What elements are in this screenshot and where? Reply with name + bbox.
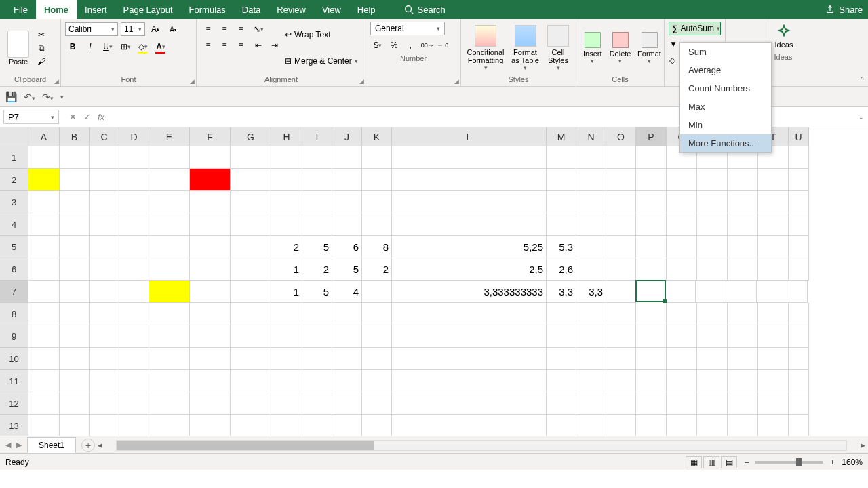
hscroll-left-icon[interactable]: ◀ xyxy=(98,442,102,449)
cell-P7[interactable] xyxy=(635,280,666,302)
col-header-J[interactable]: J xyxy=(332,127,362,146)
accounting-format-icon[interactable]: $▾ xyxy=(370,38,385,53)
share-button[interactable]: Share xyxy=(825,5,863,15)
alignment-dialog-launcher[interactable]: ◢ xyxy=(359,78,364,85)
cell-U8[interactable] xyxy=(789,303,809,325)
cell-N13[interactable] xyxy=(576,415,606,436)
cell-B12[interactable] xyxy=(60,392,90,415)
row-header-2[interactable]: 2 xyxy=(0,169,28,191)
cell-B1[interactable] xyxy=(60,146,90,169)
align-top-icon[interactable]: ≡ xyxy=(201,22,216,37)
font-dialog-launcher[interactable]: ◢ xyxy=(190,78,195,85)
cell-styles-button[interactable]: Cell Styles▾ xyxy=(545,22,572,74)
cell-E7[interactable] xyxy=(149,281,190,303)
cell-S7[interactable] xyxy=(726,281,757,303)
cell-O2[interactable] xyxy=(606,169,636,191)
cell-F4[interactable] xyxy=(190,214,231,236)
format-as-table-button[interactable]: Format as Table▾ xyxy=(509,22,542,74)
cell-R12[interactable] xyxy=(697,392,728,415)
decrease-font-icon[interactable]: A▾ xyxy=(165,22,180,37)
cell-Q13[interactable] xyxy=(667,415,697,436)
cell-N11[interactable] xyxy=(576,370,606,392)
cell-N4[interactable] xyxy=(576,214,606,236)
cell-P10[interactable] xyxy=(636,348,667,370)
cell-P6[interactable] xyxy=(636,258,667,281)
cell-M6[interactable]: 2,6 xyxy=(547,258,576,281)
col-header-G[interactable]: G xyxy=(231,127,271,146)
row-header-4[interactable]: 4 xyxy=(0,214,28,236)
col-header-D[interactable]: D xyxy=(119,127,149,146)
cell-B6[interactable] xyxy=(60,258,90,281)
cell-E6[interactable] xyxy=(149,258,190,281)
zoom-out-icon[interactable]: − xyxy=(744,458,749,467)
cell-M11[interactable] xyxy=(547,370,576,392)
cell-N12[interactable] xyxy=(576,392,606,415)
col-header-B[interactable]: B xyxy=(60,127,90,146)
cell-B10[interactable] xyxy=(60,348,90,370)
cell-A2[interactable] xyxy=(28,169,60,191)
conditional-formatting-button[interactable]: Conditional Formatting▾ xyxy=(465,22,506,74)
sheet-nav-next-icon[interactable]: ▶ xyxy=(16,441,22,449)
ideas-button[interactable]: Ideas xyxy=(770,22,797,52)
row-header-10[interactable]: 10 xyxy=(0,348,28,370)
cell-E1[interactable] xyxy=(149,146,190,169)
tab-home[interactable]: Home xyxy=(36,0,77,19)
cell-Q4[interactable] xyxy=(667,214,697,236)
row-header-8[interactable]: 8 xyxy=(0,303,28,325)
cell-S10[interactable] xyxy=(728,348,758,370)
cell-F13[interactable] xyxy=(190,415,231,436)
cell-R11[interactable] xyxy=(697,370,728,392)
cell-L4[interactable] xyxy=(392,214,547,236)
decrease-indent-icon[interactable]: ⇤ xyxy=(251,38,266,53)
row-header-9[interactable]: 9 xyxy=(0,325,28,348)
cell-U12[interactable] xyxy=(789,392,809,415)
enter-formula-icon[interactable]: ✓ xyxy=(83,112,91,122)
cell-M10[interactable] xyxy=(547,348,576,370)
cell-G13[interactable] xyxy=(231,415,271,436)
cell-J6[interactable]: 5 xyxy=(332,258,362,281)
tab-review[interactable]: Review xyxy=(269,0,314,19)
tab-help[interactable]: Help xyxy=(349,0,384,19)
cell-F7[interactable] xyxy=(190,281,231,303)
cell-P2[interactable] xyxy=(636,169,667,191)
percent-format-icon[interactable]: % xyxy=(387,38,401,53)
cell-I4[interactable] xyxy=(302,214,332,236)
cell-B5[interactable] xyxy=(60,236,90,258)
cell-B11[interactable] xyxy=(60,370,90,392)
cell-J13[interactable] xyxy=(332,415,362,436)
align-right-icon[interactable]: ≡ xyxy=(233,38,248,53)
cell-K3[interactable] xyxy=(362,191,392,214)
cell-I12[interactable] xyxy=(302,392,332,415)
autosum-menu-max[interactable]: Max xyxy=(680,98,771,116)
tab-data[interactable]: Data xyxy=(234,0,269,19)
cell-U2[interactable] xyxy=(789,169,809,191)
cell-Q11[interactable] xyxy=(667,370,697,392)
cell-P4[interactable] xyxy=(636,214,667,236)
font-color-button[interactable]: A▾ xyxy=(153,39,168,54)
row-header-1[interactable]: 1 xyxy=(0,146,28,169)
font-name-select[interactable]: Calibri▾ xyxy=(65,22,118,36)
cell-S9[interactable] xyxy=(728,325,758,348)
cell-E13[interactable] xyxy=(149,415,190,436)
zoom-level[interactable]: 160% xyxy=(842,458,863,467)
cancel-formula-icon[interactable]: ✕ xyxy=(69,112,77,122)
col-header-C[interactable]: C xyxy=(90,127,119,146)
tab-formulas[interactable]: Formulas xyxy=(181,0,234,19)
cell-I11[interactable] xyxy=(302,370,332,392)
cell-T9[interactable] xyxy=(758,325,789,348)
cell-I1[interactable] xyxy=(302,146,332,169)
cell-O1[interactable] xyxy=(606,146,636,169)
cell-U13[interactable] xyxy=(789,415,809,436)
cell-U7[interactable] xyxy=(787,281,808,303)
undo-icon[interactable]: ↶▾ xyxy=(24,92,35,102)
cell-S4[interactable] xyxy=(728,214,758,236)
decrease-decimal-icon[interactable]: ←.0 xyxy=(435,38,450,53)
cell-B8[interactable] xyxy=(60,303,90,325)
cell-L10[interactable] xyxy=(392,348,547,370)
insert-cells-button[interactable]: Insert▾ xyxy=(580,22,605,74)
cell-J1[interactable] xyxy=(332,146,362,169)
cell-M12[interactable] xyxy=(547,392,576,415)
cell-D8[interactable] xyxy=(119,303,149,325)
cell-A7[interactable] xyxy=(28,281,60,303)
cell-C2[interactable] xyxy=(90,169,119,191)
